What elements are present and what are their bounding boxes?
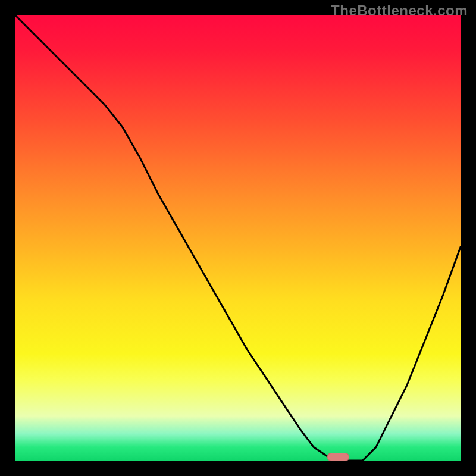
- curve-layer: [15, 15, 461, 461]
- chart-frame: TheBottleneck.com: [0, 0, 476, 476]
- optimum-marker: [327, 453, 349, 462]
- watermark-label: TheBottleneck.com: [331, 2, 468, 19]
- bottleneck-curve: [15, 15, 461, 461]
- plot-area: [15, 15, 461, 461]
